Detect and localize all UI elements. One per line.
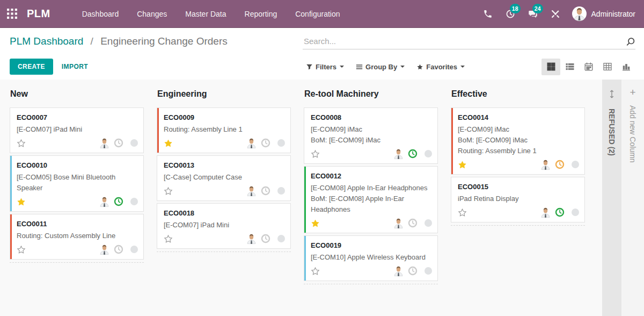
kanban-state-dot[interactable] [572,161,579,168]
priority-star-icon[interactable] [164,234,173,243]
search-icon[interactable] [626,37,635,47]
add-new-column[interactable]: + Add new Column [621,80,644,316]
breadcrumb-parent[interactable]: PLM Dashboard [10,35,83,47]
kanban-state-dot[interactable] [130,246,138,253]
kanban-state-dot[interactable] [130,198,138,205]
app-name[interactable]: PLM [24,8,58,20]
user-menu[interactable]: Administrator [572,6,635,21]
assignee-avatar[interactable] [99,137,110,149]
kanban-card[interactable]: ECO0008 [E-COM09] iMac BoM: [E-COM09] iM… [304,107,438,164]
activity-clock-icon[interactable] [114,138,123,148]
card-line: [E-COM09] iMac [311,124,432,135]
list-view-icon[interactable] [560,59,579,75]
chevron-down-icon [460,66,465,68]
menu-reporting[interactable]: Reporting [236,0,287,28]
priority-star-icon[interactable] [17,245,26,254]
kanban-column-retool-machinery: Re-tool Machinery ECO0008 [E-COM09] iMac… [304,87,438,284]
assignee-avatar[interactable] [99,196,110,207]
calendar-view-icon[interactable] [579,59,598,75]
activity-clock-icon[interactable] [408,149,418,159]
chevron-down-icon [400,66,405,68]
assignee-avatar[interactable] [393,217,404,229]
activity-clock-icon[interactable] [408,218,418,228]
priority-star-icon[interactable] [311,219,320,228]
assignee-avatar[interactable] [540,159,551,170]
priority-star-icon[interactable] [458,208,467,217]
kanban-column-title: New [10,89,144,99]
kanban-state-dot[interactable] [277,187,285,195]
activity-clock-icon[interactable] [261,138,270,148]
top-navbar: PLM Dashboard Changes Master Data Report… [0,0,644,28]
kanban-card[interactable]: ECO0012 [E-COM08] Apple In-Ear Headphone… [304,166,438,233]
create-button[interactable]: CREATE [10,59,53,75]
kanban-state-dot[interactable] [277,139,285,147]
apps-grid-icon[interactable] [0,0,24,28]
group-by-dropdown[interactable]: Group By [356,63,405,71]
activity-clock-icon[interactable] [408,266,418,276]
filter-funnel-icon [306,63,313,70]
control-panel: PLM Dashboard / Engineering Change Order… [0,28,644,80]
eco-reference: ECO0015 [458,183,579,191]
priority-star-icon[interactable] [458,160,467,169]
kanban-state-dot[interactable] [425,267,432,275]
assignee-avatar[interactable] [246,233,257,245]
filters-dropdown[interactable]: Filters [306,63,344,71]
kanban-state-dot[interactable] [572,209,579,216]
kanban-card[interactable]: ECO0010 [E-COM05] Bose Mini Bluetooth Sp… [10,155,144,212]
breadcrumb: PLM Dashboard / Engineering Change Order… [10,35,228,47]
kanban-card[interactable]: ECO0009 Routing: Assembly Line 1 [157,107,291,153]
priority-star-icon[interactable] [311,149,320,159]
priority-star-icon[interactable] [311,267,320,276]
kanban-state-dot[interactable] [130,139,138,147]
view-switcher [541,59,635,75]
kanban-card[interactable]: ECO0007 [E-COM07] iPad Mini [10,107,144,153]
activity-clock-icon[interactable] [114,245,123,254]
activity-clock-icon[interactable] [555,160,565,169]
activity-clock-icon[interactable]: 18 [499,0,522,28]
drop-placeholder [451,225,585,226]
card-line: [E-COM07] iPad Mini [164,220,285,231]
activity-clock-icon[interactable] [261,234,270,243]
favorites-star-icon [416,63,423,70]
assignee-avatar[interactable] [99,243,110,255]
tools-icon[interactable] [544,0,567,28]
menu-changes[interactable]: Changes [128,0,176,28]
kanban-state-dot[interactable] [277,235,285,242]
kanban-state-dot[interactable] [425,150,432,157]
favorites-dropdown[interactable]: Favorites [416,63,465,71]
kanban-view-icon[interactable] [541,59,560,75]
activity-clock-icon[interactable] [555,207,565,217]
kanban-card[interactable]: ECO0014 [E-COM09] iMac BoM: [E-COM09] iM… [451,107,585,175]
kanban-card[interactable]: ECO0015 iPad Retina Display [451,177,585,222]
kanban-card[interactable]: ECO0011 Routing: Custom Assembly Line [10,214,144,260]
search-input[interactable] [303,35,635,47]
collapsed-column-refused[interactable]: REFUSED (2) [602,80,621,316]
priority-star-icon[interactable] [17,197,26,206]
messages-icon[interactable]: 24 [522,0,544,28]
import-button[interactable]: IMPORT [62,63,88,70]
priority-star-icon[interactable] [164,186,173,196]
activity-clock-icon[interactable] [114,197,123,206]
assignee-avatar[interactable] [393,148,404,160]
phone-icon[interactable] [477,0,499,28]
group-by-bars-icon [356,63,363,70]
assignee-avatar[interactable] [246,185,257,197]
kanban-card[interactable]: ECO0018 [E-COM07] iPad Mini [157,203,291,249]
menu-dashboard[interactable]: Dashboard [73,0,128,28]
pivot-view-icon[interactable] [598,59,617,75]
menu-master-data[interactable]: Master Data [176,0,235,28]
priority-star-icon[interactable] [17,139,26,148]
eco-reference: ECO0009 [164,113,285,121]
eco-reference: ECO0007 [17,113,138,121]
menu-configuration[interactable]: Configuration [286,0,349,28]
activity-clock-icon[interactable] [261,186,270,196]
assignee-avatar[interactable] [246,137,257,149]
kanban-state-dot[interactable] [425,219,432,227]
assignee-avatar[interactable] [540,206,551,218]
assignee-avatar[interactable] [393,265,404,277]
expand-arrows-icon [609,89,615,101]
kanban-card[interactable]: ECO0013 [C-Case] Computer Case [157,155,291,201]
priority-star-icon[interactable] [164,139,173,148]
kanban-card[interactable]: ECO0019 [E-COM10] Apple Wireless Keyboar… [304,235,438,281]
graph-view-icon[interactable] [617,59,635,75]
